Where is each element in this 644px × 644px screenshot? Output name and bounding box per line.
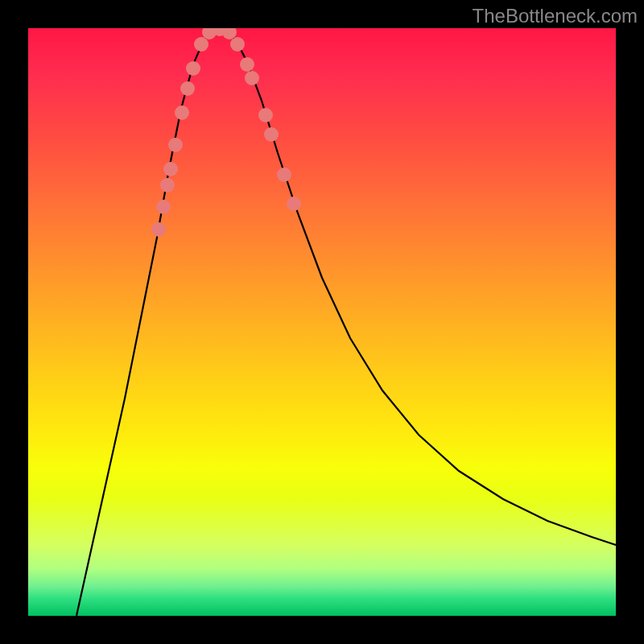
data-dot (287, 196, 301, 211)
data-dot (186, 61, 200, 76)
data-dot (240, 57, 254, 72)
data-dot (230, 37, 245, 52)
data-dot (156, 200, 171, 214)
data-dot (151, 222, 166, 237)
data-dot (264, 127, 279, 142)
data-dot (175, 105, 189, 120)
data-dot (180, 81, 195, 96)
data-dot (168, 138, 183, 152)
bottleneck-curve (76, 30, 616, 616)
data-dot (277, 167, 291, 182)
watermark-text: TheBottleneck.com (473, 5, 638, 27)
data-dot (245, 71, 259, 85)
data-dot (194, 37, 208, 52)
chart-svg (28, 28, 616, 616)
data-dot (160, 178, 175, 192)
data-dot (258, 108, 273, 122)
data-dot (163, 162, 178, 176)
